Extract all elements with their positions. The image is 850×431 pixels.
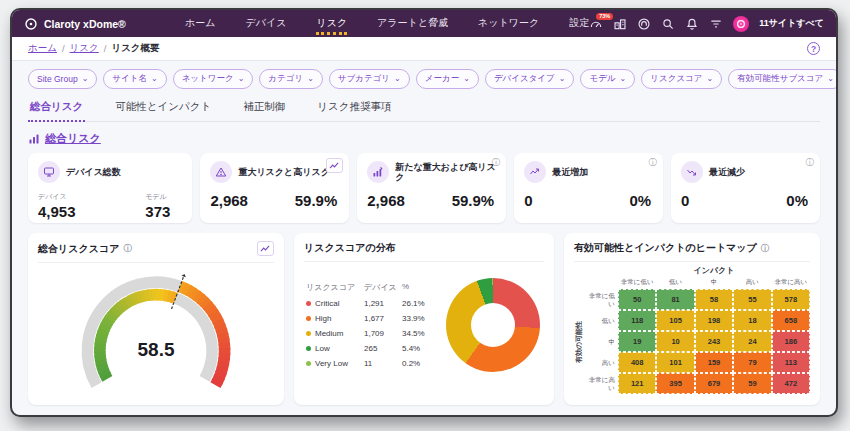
heatmap-cell-4-3[interactable]: 59 xyxy=(733,373,771,394)
heatmap-cell-1-3[interactable]: 18 xyxy=(733,310,771,331)
brand: Claroty xDome® xyxy=(24,17,185,31)
heatmap-cell-1-1[interactable]: 105 xyxy=(656,310,694,331)
heatmap-cell-4-2[interactable]: 679 xyxy=(695,373,733,394)
info-icon[interactable]: ⓘ xyxy=(492,158,501,167)
heatmap-cell-3-4[interactable]: 113 xyxy=(772,352,810,373)
section-title-label: 総合リスク xyxy=(45,131,101,146)
breadcrumb-separator: / xyxy=(104,43,107,54)
info-icon[interactable]: ⓘ xyxy=(123,244,132,253)
top-nav: Claroty xDome® ホームデバイスリスクアラートと脅威ネットワーク設定… xyxy=(12,10,836,37)
heatmap-x-axis-title: インパクト xyxy=(618,265,810,276)
heatmap-cell-2-1[interactable]: 10 xyxy=(656,331,694,352)
info-icon[interactable]: ⓘ xyxy=(806,158,815,167)
monitor-icon xyxy=(38,161,60,183)
card-new-critical-high-risk: ⓘ 新たな重大および高リスク 2,968 59.9% xyxy=(357,153,506,223)
heatmap-grid: 非常に低い50815855578低い11810519818658中1910243… xyxy=(584,289,810,394)
notifications-bell-icon[interactable] xyxy=(685,17,699,31)
heatmap-cell-3-3[interactable]: 79 xyxy=(733,352,771,373)
column-header: % xyxy=(402,282,436,293)
heatmap-cell-3-1[interactable]: 101 xyxy=(656,352,694,373)
nav-item-3[interactable]: アラートと脅威 xyxy=(377,12,448,35)
chevron-down-icon: ⌄ xyxy=(463,77,470,82)
card-title: デバイス総数 xyxy=(66,167,121,177)
legend-dot xyxy=(306,346,311,351)
trend-down-icon xyxy=(681,161,703,183)
nav-item-2[interactable]: リスク xyxy=(316,12,347,35)
filter-chip-label: ネットワーク xyxy=(182,73,234,85)
heatmap-col-header-1: 低い xyxy=(656,278,694,287)
heatmap-cell-2-0[interactable]: 19 xyxy=(618,331,656,352)
heatmap-cell-2-3[interactable]: 24 xyxy=(733,331,771,352)
heatmap-cell-4-1[interactable]: 395 xyxy=(656,373,694,394)
chevron-down-icon: ⌄ xyxy=(620,77,627,82)
filter-chip-0[interactable]: Site Group⌄ xyxy=(28,69,97,89)
card-recent-increase: ⓘ 最近増加 0 0% xyxy=(514,153,663,223)
chevron-down-icon: ⌄ xyxy=(707,77,714,82)
heatmap-cell-0-0[interactable]: 50 xyxy=(618,289,656,310)
heatmap-row-label: 非常に高い xyxy=(584,373,618,394)
risk-gauge-icon[interactable]: 73% xyxy=(589,17,603,31)
filter-chip-1[interactable]: サイト名⌄ xyxy=(103,69,166,89)
heatmap-cell-2-2[interactable]: 243 xyxy=(695,331,733,352)
heatmap-cell-3-0[interactable]: 408 xyxy=(618,352,656,373)
filter-chip-8[interactable]: リスクスコア⌄ xyxy=(641,69,722,89)
column-header: リスクスコア xyxy=(306,282,364,293)
sites-building-icon[interactable] xyxy=(613,17,627,31)
tab-3[interactable]: リスク推奨事項 xyxy=(315,100,393,121)
info-icon[interactable]: ⓘ xyxy=(761,244,770,253)
filter-chip-3[interactable]: カテゴリ⌄ xyxy=(259,69,323,89)
filter-chip-9[interactable]: 有効可能性サブスコア⌄ xyxy=(728,69,838,89)
breadcrumb-risk[interactable]: リスク xyxy=(70,42,99,55)
filter-chip-2[interactable]: ネットワーク⌄ xyxy=(173,69,254,89)
heatmap-cell-2-4[interactable]: 186 xyxy=(772,331,810,352)
legend-dot xyxy=(306,301,311,306)
breadcrumb-home[interactable]: ホーム xyxy=(28,42,57,55)
heatmap-cell-1-2[interactable]: 198 xyxy=(695,310,733,331)
chevron-down-icon: ⌄ xyxy=(559,77,566,82)
heatmap-cell-0-3[interactable]: 55 xyxy=(733,289,771,310)
heatmap-cell-0-1[interactable]: 81 xyxy=(656,289,694,310)
filter-chip-label: メーカー xyxy=(425,73,459,85)
nav-item-1[interactable]: デバイス xyxy=(245,12,286,35)
nav-item-0[interactable]: ホーム xyxy=(185,12,215,35)
chevron-down-icon: ⌄ xyxy=(151,77,158,82)
legend-dot xyxy=(306,316,311,321)
filter-chip-label: サイト名 xyxy=(112,73,147,85)
section-link-total-risk[interactable]: 総合リスク xyxy=(28,131,820,146)
heatmap-cell-4-4[interactable]: 472 xyxy=(772,373,810,394)
nav-item-4[interactable]: ネットワーク xyxy=(478,12,539,35)
heatmap-row-1: 低い11810519818658 xyxy=(584,310,810,331)
distribution-percent-value: 0.2% xyxy=(402,359,436,368)
heatmap-y-axis-title: 有効の可能性 xyxy=(574,289,584,394)
support-icon[interactable] xyxy=(637,17,651,31)
heatmap-cell-3-2[interactable]: 159 xyxy=(695,352,733,373)
tab-2[interactable]: 補正制御 xyxy=(241,100,287,121)
heatmap-cell-1-0[interactable]: 118 xyxy=(618,310,656,331)
filter-lines-icon[interactable] xyxy=(709,17,723,31)
heatmap-col-header-2: 中 xyxy=(695,278,733,287)
all-sites-selector[interactable]: 11サイトすべて xyxy=(759,17,824,30)
tab-0[interactable]: 総合リスク xyxy=(28,100,85,122)
help-button[interactable]: ? xyxy=(807,42,820,55)
distribution-devices-value: 11 xyxy=(364,359,402,368)
filter-chip-5[interactable]: メーカー⌄ xyxy=(416,69,479,89)
heatmap-cell-0-2[interactable]: 58 xyxy=(695,289,733,310)
user-avatar[interactable] xyxy=(733,16,749,32)
heatmap-cell-1-4[interactable]: 658 xyxy=(772,310,810,331)
trend-chart-toggle-button[interactable] xyxy=(257,241,274,256)
heatmap-col-header-3: 高い xyxy=(733,278,771,287)
recent-decrease-percent: 0% xyxy=(786,192,808,209)
tab-1[interactable]: 可能性とインパクト xyxy=(113,100,213,121)
nav-item-5[interactable]: 設定 xyxy=(569,12,589,35)
search-icon[interactable] xyxy=(661,17,675,31)
filter-chip-6[interactable]: デバイスタイプ⌄ xyxy=(485,69,575,89)
risk-distribution-donut-chart[interactable] xyxy=(446,278,540,372)
info-icon[interactable]: ⓘ xyxy=(649,158,658,167)
warning-triangle-icon xyxy=(210,161,232,183)
heatmap-cell-0-4[interactable]: 578 xyxy=(772,289,810,310)
filter-chip-7[interactable]: モデル⌄ xyxy=(580,69,635,89)
filter-chip-label: Site Group xyxy=(37,74,78,84)
trend-chart-toggle-button[interactable] xyxy=(326,158,343,173)
heatmap-cell-4-0[interactable]: 121 xyxy=(618,373,656,394)
filter-chip-4[interactable]: サブカテゴリ⌄ xyxy=(329,69,410,89)
